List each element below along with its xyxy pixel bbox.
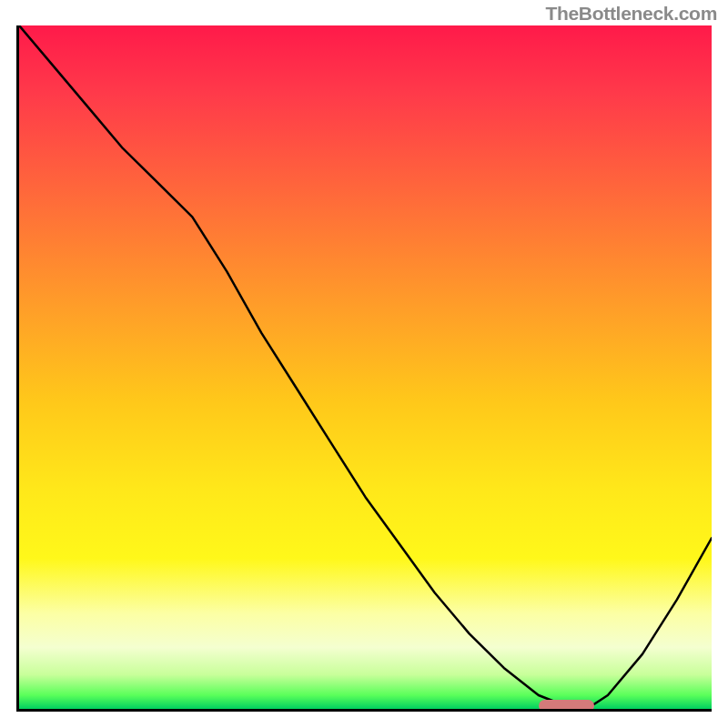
line-curve: [19, 25, 712, 709]
chart-container: TheBottleneck.com: [0, 0, 728, 728]
plot-area: [16, 25, 712, 712]
optimal-marker: [539, 700, 594, 712]
watermark-text: TheBottleneck.com: [545, 3, 717, 25]
